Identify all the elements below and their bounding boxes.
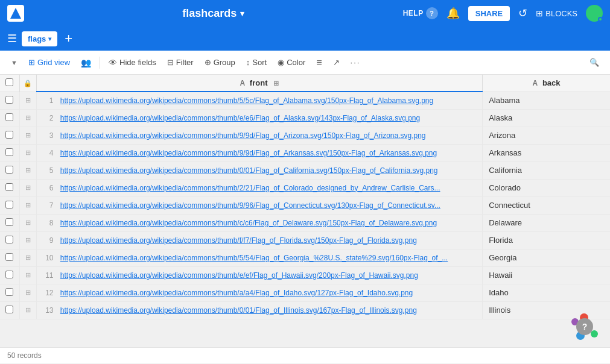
header-back[interactable]: A back [483, 75, 610, 92]
row-checkbox[interactable] [5, 218, 13, 226]
row-checkbox[interactable] [5, 113, 13, 121]
sort-button[interactable]: ↕ Sort [241, 55, 272, 69]
header-row: 🔒 A front ⊞ A back [0, 75, 610, 92]
front-url-link[interactable]: https://upload.wikimedia.org/wikipedia/c… [60, 201, 440, 210]
row-checkbox[interactable] [5, 183, 13, 191]
row-checkbox[interactable] [5, 201, 13, 209]
hide-fields-button[interactable]: 👁 Hide fields [104, 55, 161, 70]
color-button[interactable]: ◉ Color [273, 55, 310, 69]
row-checkbox[interactable] [5, 253, 13, 261]
row-expand-cell[interactable]: ⊞ [19, 266, 36, 284]
grid-view-button[interactable]: ⊞ Grid view [24, 55, 75, 69]
back-field-icon: A [533, 79, 538, 87]
row-checkbox-cell[interactable] [0, 301, 19, 319]
help-widget[interactable]: ? [571, 313, 598, 340]
table-row: ⊞ 12 https://upload.wikimedia.org/wikipe… [0, 284, 610, 301]
row-front-cell: 5 https://upload.wikimedia.org/wikipedia… [36, 162, 483, 179]
row-checkbox[interactable] [5, 148, 13, 156]
header-lock: 🔒 [19, 75, 36, 92]
people-button[interactable]: 👥 [76, 55, 96, 70]
header-checkbox[interactable] [0, 75, 19, 92]
row-checkbox[interactable] [5, 131, 13, 139]
row-checkbox-cell[interactable] [0, 196, 19, 214]
bell-button[interactable]: 🔔 [446, 7, 460, 20]
front-url-link[interactable]: https://upload.wikimedia.org/wikipedia/c… [60, 96, 433, 105]
select-all-checkbox[interactable] [5, 78, 13, 86]
row-checkbox-cell[interactable] [0, 92, 19, 109]
row-back-cell: Connecticut [483, 196, 610, 214]
row-checkbox-cell[interactable] [0, 109, 19, 127]
row-expand-cell[interactable]: ⊞ [19, 127, 36, 144]
front-url-link[interactable]: https://upload.wikimedia.org/wikipedia/c… [60, 114, 420, 122]
front-url-link[interactable]: https://upload.wikimedia.org/wikipedia/c… [60, 289, 413, 297]
front-url-link[interactable]: https://upload.wikimedia.org/wikipedia/c… [60, 271, 418, 280]
row-expand-cell[interactable]: ⊞ [19, 162, 36, 179]
add-tab-button[interactable]: + [65, 32, 72, 45]
front-url-link[interactable]: https://upload.wikimedia.org/wikipedia/c… [60, 219, 437, 227]
row-checkbox-cell[interactable] [0, 144, 19, 162]
row-expand-cell[interactable]: ⊞ [19, 179, 36, 196]
row-checkbox[interactable] [5, 166, 13, 174]
row-expand-cell[interactable]: ⊞ [19, 284, 36, 301]
hamburger-menu[interactable]: ☰ [7, 32, 17, 45]
share-view-button[interactable]: ↗ [328, 55, 345, 69]
row-expand-cell[interactable]: ⊞ [19, 109, 36, 127]
row-expand-cell[interactable]: ⊞ [19, 231, 36, 249]
row-height-button[interactable]: ≡ [311, 55, 326, 71]
help-button[interactable]: HELP ? [403, 7, 438, 19]
blocks-button[interactable]: ⊞ BLOCKS [536, 8, 577, 18]
row-checkbox-cell[interactable] [0, 179, 19, 196]
row-checkbox-cell[interactable] [0, 266, 19, 284]
hw-question-circle[interactable]: ? [576, 318, 593, 335]
front-expand-icon[interactable]: ⊞ [273, 80, 279, 87]
title-dropdown-arrow[interactable]: ▾ [240, 9, 244, 18]
front-url-link[interactable]: https://upload.wikimedia.org/wikipedia/c… [60, 131, 426, 140]
header-front[interactable]: A front ⊞ [36, 75, 483, 92]
row-checkbox-cell[interactable] [0, 162, 19, 179]
row-back-cell: Idaho [483, 284, 610, 301]
front-url-link[interactable]: https://upload.wikimedia.org/wikipedia/c… [60, 254, 448, 262]
row-checkbox-cell[interactable] [0, 214, 19, 231]
front-url-link[interactable]: https://upload.wikimedia.org/wikipedia/c… [60, 236, 417, 245]
group-label: Group [214, 58, 235, 67]
table-container: 🔒 A front ⊞ A back ⊞ 1 https:/ [0, 75, 610, 347]
row-expand-cell[interactable]: ⊞ [19, 92, 36, 109]
row-checkbox[interactable] [5, 306, 13, 313]
more-options-icon: ··· [351, 58, 361, 67]
row-checkbox[interactable] [5, 288, 13, 296]
row-back-cell: Georgia [483, 249, 610, 266]
row-expand-cell[interactable]: ⊞ [19, 196, 36, 214]
nav-left [7, 5, 24, 22]
row-checkbox-cell[interactable] [0, 231, 19, 249]
row-expand-cell[interactable]: ⊞ [19, 249, 36, 266]
grid-view-icon: ⊞ [28, 58, 35, 67]
sort-icon: ↕ [246, 58, 250, 67]
row-checkbox[interactable] [5, 271, 13, 278]
row-checkbox[interactable] [5, 96, 13, 104]
history-button[interactable]: ↺ [518, 7, 527, 20]
share-button[interactable]: SHARE [468, 6, 510, 21]
user-avatar[interactable] [586, 5, 603, 22]
table-row: ⊞ 5 https://upload.wikimedia.org/wikiped… [0, 162, 610, 179]
front-url-link[interactable]: https://upload.wikimedia.org/wikipedia/c… [60, 184, 440, 192]
front-url-link[interactable]: https://upload.wikimedia.org/wikipedia/c… [60, 149, 437, 157]
row-checkbox[interactable] [5, 236, 13, 243]
view-toggle-icon: ▼ [11, 59, 17, 66]
view-toggle-button[interactable]: ▼ [6, 57, 22, 69]
group-button[interactable]: ⊕ Group [200, 55, 240, 69]
filter-button[interactable]: ⊟ Filter [162, 55, 199, 69]
active-tab-flags[interactable]: flags ▾ [22, 31, 57, 46]
row-expand-cell[interactable]: ⊞ [19, 144, 36, 162]
app-logo[interactable] [7, 5, 24, 22]
search-button[interactable]: 🔍 [585, 55, 604, 69]
row-checkbox-cell[interactable] [0, 284, 19, 301]
row-expand-cell[interactable]: ⊞ [19, 214, 36, 231]
row-expand-cell[interactable]: ⊞ [19, 301, 36, 319]
more-options-button[interactable]: ··· [346, 55, 366, 69]
front-url-link[interactable]: https://upload.wikimedia.org/wikipedia/c… [60, 306, 417, 315]
row-checkbox-cell[interactable] [0, 127, 19, 144]
row-front-cell: 10 https://upload.wikimedia.org/wikipedi… [36, 249, 483, 266]
front-url-link[interactable]: https://upload.wikimedia.org/wikipedia/c… [60, 166, 438, 175]
row-checkbox-cell[interactable] [0, 249, 19, 266]
filter-icon: ⊟ [167, 58, 174, 67]
